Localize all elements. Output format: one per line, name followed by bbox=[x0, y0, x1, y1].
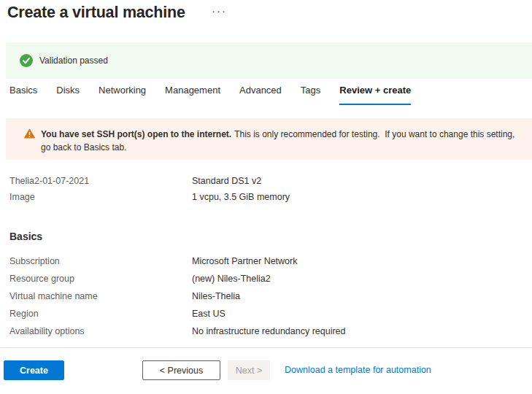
product-detail-label: Image bbox=[9, 192, 35, 202]
tab-basics[interactable]: Basics bbox=[9, 85, 37, 105]
tab-networking[interactable]: Networking bbox=[99, 85, 146, 105]
row-value: (new) Niles-Thelia2 bbox=[192, 274, 271, 284]
tab-management[interactable]: Management bbox=[165, 85, 220, 105]
warning-bold-text: You have set SSH port(s) open to the int… bbox=[41, 129, 231, 139]
previous-button[interactable]: < Previous bbox=[142, 360, 220, 380]
tab-disks[interactable]: Disks bbox=[56, 85, 80, 105]
tab-bar: Basics Disks Networking Management Advan… bbox=[9, 85, 532, 105]
more-options-button[interactable]: ··· bbox=[212, 4, 227, 17]
validation-text: Validation passed bbox=[39, 55, 108, 66]
next-button[interactable]: Next > bbox=[228, 360, 270, 380]
product-detail-value: 1 vcpu, 3.5 GiB memory bbox=[192, 192, 290, 202]
create-button[interactable]: Create bbox=[4, 360, 64, 380]
create-vm-page: Create a virtual machine ··· Validation … bbox=[0, 0, 532, 394]
row-value: No infrastructure redundancy required bbox=[192, 326, 346, 336]
check-circle-icon bbox=[20, 54, 33, 67]
row-label: Subscription bbox=[9, 256, 60, 266]
tab-review-create[interactable]: Review + create bbox=[339, 85, 411, 105]
page-title: Create a virtual machine bbox=[7, 4, 185, 22]
row-value: East US bbox=[192, 309, 225, 319]
row-value: Microsoft Partner Network bbox=[192, 256, 297, 266]
row-label: Availability options bbox=[9, 326, 85, 336]
validation-banner: Validation passed bbox=[6, 42, 532, 79]
product-detail-label: Thelia2-01-07-2021 bbox=[9, 176, 89, 186]
row-label: Resource group bbox=[9, 274, 74, 284]
row-value: Niles-Thelia bbox=[192, 291, 240, 301]
tab-tags[interactable]: Tags bbox=[301, 85, 320, 105]
footer-divider bbox=[0, 347, 532, 348]
ssh-warning-banner: You have set SSH port(s) open to the int… bbox=[6, 118, 532, 160]
tab-advanced[interactable]: Advanced bbox=[239, 85, 282, 105]
warning-message: You have set SSH port(s) open to the int… bbox=[41, 128, 517, 154]
download-template-link[interactable]: Download a template for automation bbox=[285, 365, 431, 375]
product-detail-value: Standard DS1 v2 bbox=[192, 176, 261, 186]
row-label: Region bbox=[9, 309, 39, 319]
warning-triangle-icon bbox=[24, 128, 35, 139]
row-label: Virtual machine name bbox=[9, 291, 98, 301]
basics-section-heading: Basics bbox=[9, 231, 42, 242]
